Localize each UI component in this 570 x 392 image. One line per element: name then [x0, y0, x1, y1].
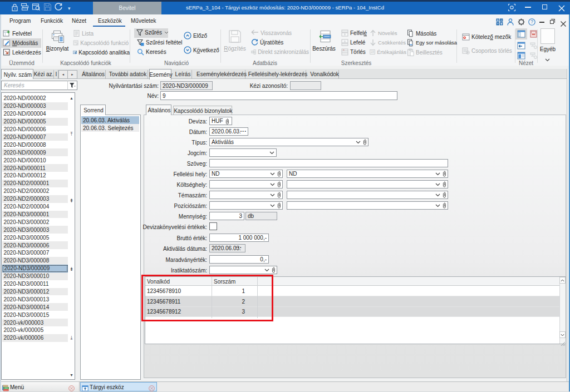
svg-text:?: ?	[530, 19, 533, 24]
svg-text:23: 23	[371, 50, 374, 53]
